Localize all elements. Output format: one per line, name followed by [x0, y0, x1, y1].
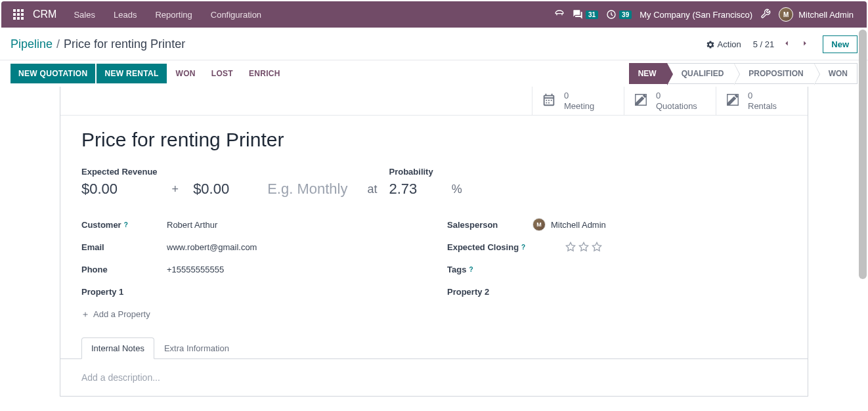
form-right-column: SalespersonMMitchell AdminExpected Closi…: [447, 213, 787, 303]
gear-icon: [706, 40, 715, 49]
star-icon[interactable]: [578, 242, 589, 252]
help-icon[interactable]: ?: [521, 244, 525, 251]
company-selector[interactable]: My Company (San Francisco): [640, 10, 752, 20]
stage-proposition[interactable]: PROPOSITION: [734, 63, 814, 84]
messages-badge: 31: [586, 11, 598, 19]
field-value[interactable]: www.robert@gmail.com: [167, 242, 421, 252]
percent-label: %: [452, 183, 462, 198]
salesperson-avatar: M: [532, 218, 546, 231]
plus-icon: [81, 311, 89, 318]
pager-next[interactable]: [799, 37, 811, 51]
user-menu[interactable]: M Mitchell Admin: [779, 7, 854, 22]
breadcrumb-actions: Action 5 / 21 New: [706, 35, 857, 53]
tab-extra-information[interactable]: Extra Information: [154, 337, 239, 359]
messages-button[interactable]: 31: [573, 9, 598, 20]
nav-item-leads[interactable]: Leads: [104, 3, 146, 26]
stage-won[interactable]: WON: [814, 63, 857, 84]
field-email: Emailwww.robert@gmail.com: [81, 236, 421, 258]
stage-bar: NEWQUALIFIEDPROPOSITIONWON: [629, 60, 857, 87]
debug-icon[interactable]: [760, 9, 771, 21]
lost-button[interactable]: LOST: [204, 64, 241, 83]
enrich-button[interactable]: ENRICH: [241, 64, 288, 83]
field-value[interactable]: Robert Arthur: [167, 220, 421, 230]
nav-item-sales[interactable]: Sales: [64, 3, 104, 26]
pencil-square-icon: [726, 93, 740, 109]
field-value[interactable]: +15555555555: [167, 265, 421, 274]
user-name-label: Mitchell Admin: [798, 10, 854, 20]
action-dropdown[interactable]: Action: [706, 39, 741, 49]
star-icon[interactable]: [592, 242, 602, 252]
pencil-square-icon: [634, 93, 648, 109]
calendar-icon: [542, 93, 556, 109]
sheet-container: 0Meeting0Quotations0Rentals Price for re…: [0, 87, 868, 410]
form-sheet: 0Meeting0Quotations0Rentals Price for re…: [60, 87, 808, 397]
svg-marker-1: [566, 243, 575, 251]
field-tags: Tags ?: [447, 258, 787, 280]
field-label: Email: [81, 242, 167, 252]
topnav-right: 31 39 My Company (San Francisco) M Mitch…: [554, 7, 861, 22]
field-phone: Phone+15555555555: [81, 258, 421, 280]
new-quotation-button[interactable]: NEW QUOTATION: [11, 64, 95, 83]
field-salesperson: SalespersonMMitchell Admin: [447, 213, 787, 236]
pager-text[interactable]: 5 / 21: [753, 39, 775, 49]
stat-meeting[interactable]: 0Meeting: [532, 87, 624, 115]
form-left-column: Customer ?Robert ArthurEmailwww.robert@g…: [81, 213, 421, 303]
field-value[interactable]: [532, 242, 787, 252]
activities-button[interactable]: 39: [606, 9, 632, 20]
field-property-1: Property 1: [81, 280, 421, 303]
field-label: Property 2: [447, 287, 532, 297]
expected-revenue-label: Expected Revenue: [81, 167, 158, 177]
description-input[interactable]: Add a description...: [81, 372, 787, 383]
expected-revenue-value[interactable]: $0.00: [81, 181, 158, 198]
record-title[interactable]: Price for renting Printer: [81, 129, 787, 151]
stat-rentals[interactable]: 0Rentals: [716, 87, 808, 115]
nav-item-configuration[interactable]: Configuration: [202, 3, 271, 26]
field-label: Phone: [81, 265, 167, 274]
field-expected-closing: Expected Closing ?: [447, 236, 787, 258]
help-icon[interactable]: ?: [469, 266, 473, 273]
field-label: Salesperson: [447, 220, 532, 230]
add-property-button[interactable]: Add a Property: [81, 309, 787, 319]
won-button[interactable]: WON: [168, 64, 204, 83]
help-icon[interactable]: ?: [124, 221, 128, 228]
stat-quotations[interactable]: 0Quotations: [624, 87, 716, 115]
top-nav: CRM SalesLeadsReportingConfiguration 31 …: [1, 1, 867, 28]
field-value[interactable]: MMitchell Admin: [532, 218, 787, 231]
breadcrumb-bar: Pipeline / Price for renting Printer Act…: [0, 29, 868, 60]
field-label: Customer ?: [81, 220, 167, 230]
form-grid: Customer ?Robert ArthurEmailwww.robert@g…: [81, 213, 787, 303]
action-bar: NEW QUOTATIONNEW RENTALWONLOSTENRICH NEW…: [0, 60, 868, 87]
svg-marker-2: [579, 243, 588, 251]
field-customer: Customer ?Robert Arthur: [81, 213, 421, 236]
field-property-2: Property 2: [447, 280, 787, 303]
stage-new[interactable]: NEW: [629, 63, 667, 84]
new-rental-button[interactable]: NEW RENTAL: [97, 64, 166, 83]
action-buttons: NEW QUOTATIONNEW RENTALWONLOSTENRICH: [11, 60, 288, 87]
pager-prev[interactable]: [781, 37, 792, 51]
plus-separator: +: [172, 183, 179, 198]
nav-item-reporting[interactable]: Reporting: [146, 3, 201, 26]
star-icon[interactable]: [565, 242, 576, 252]
stat-buttons: 0Meeting0Quotations0Rentals: [60, 87, 808, 116]
field-label: Expected Closing ?: [447, 242, 532, 252]
apps-menu-icon[interactable]: [7, 1, 30, 28]
stage-qualified[interactable]: QUALIFIED: [667, 63, 735, 84]
phone-icon[interactable]: [554, 9, 565, 20]
recurring-revenue-value[interactable]: $0.00: [193, 181, 229, 198]
breadcrumb: Pipeline / Price for renting Printer: [11, 37, 185, 51]
breadcrumb-parent[interactable]: Pipeline: [11, 37, 53, 51]
app-brand[interactable]: CRM: [33, 9, 56, 20]
probability-value[interactable]: 2.73: [389, 181, 433, 198]
new-button[interactable]: New: [823, 35, 857, 53]
recurring-plan-placeholder[interactable]: E.g. Monthly: [267, 181, 347, 198]
tab-internal-notes[interactable]: Internal Notes: [81, 337, 154, 359]
notebook-tabs: Internal NotesExtra Information: [60, 337, 808, 359]
priority-stars[interactable]: [565, 242, 787, 252]
at-label: at: [367, 183, 377, 198]
user-avatar: M: [779, 7, 793, 22]
scrollbar[interactable]: [859, 30, 867, 279]
activities-badge: 39: [619, 11, 632, 19]
breadcrumb-separator: /: [56, 37, 60, 51]
probability-label: Probability: [389, 167, 433, 177]
breadcrumb-current: Price for renting Printer: [64, 37, 185, 51]
